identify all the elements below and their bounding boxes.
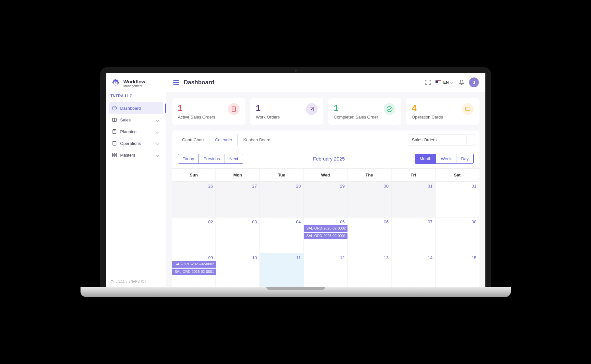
sidebar-item-sales[interactable]: Sales (109, 114, 163, 126)
previous-button[interactable]: Previous (199, 154, 225, 164)
sidebar-item-operations[interactable]: Operations (109, 137, 163, 149)
bell-icon[interactable] (459, 79, 465, 85)
next-button[interactable]: Next (225, 154, 243, 164)
laptop-notch (266, 287, 325, 290)
card-operation-cards[interactable]: 4 Operation Cards (406, 98, 479, 125)
calendar-cell[interactable]: 12 (304, 253, 348, 288)
version-info: 0.1.11.5-SNAPSHOT (106, 275, 166, 288)
chevron-down-icon (155, 118, 159, 121)
chevron-down-icon (155, 130, 159, 133)
calendar-cell[interactable]: 27 (216, 181, 260, 217)
calendar-cell[interactable]: 01 (436, 181, 480, 217)
card-completed-sales-order[interactable]: 1 Completed Sales Order (328, 98, 401, 125)
svg-point-17 (112, 281, 112, 281)
logo: Workflow Management (106, 73, 166, 94)
brand-title: Workflow (124, 79, 145, 84)
nav-label: Masters (120, 153, 153, 158)
svg-rect-26 (465, 107, 470, 110)
svg-rect-11 (112, 153, 114, 155)
calendar-cell[interactable]: 31 (392, 181, 436, 217)
language-selector[interactable]: EN (436, 80, 454, 85)
day-header: Fri (392, 169, 436, 181)
card-label: Active Sales Orders (178, 115, 215, 119)
chevron-down-icon (470, 137, 470, 143)
card-count: 4 (412, 103, 443, 113)
today-button[interactable]: Today (178, 154, 199, 164)
page-title: Dashboard (184, 79, 421, 86)
calendar-cell-today[interactable]: 11 (260, 253, 304, 288)
calendar-cell[interactable]: 15 (436, 253, 480, 288)
calendar-cell[interactable]: 10 (216, 253, 260, 288)
info-icon (111, 280, 114, 283)
sidebar-item-planning[interactable]: Planning (109, 126, 163, 137)
monitor-icon (462, 103, 474, 115)
card-work-orders[interactable]: 1 Work Orders (250, 98, 323, 125)
us-flag-icon (436, 80, 441, 84)
clipboard-check-icon (306, 103, 318, 115)
clipboard-icon (112, 141, 117, 146)
select-caret[interactable] (466, 134, 475, 146)
receipt-icon (228, 103, 240, 115)
tab-calender[interactable]: Calender (210, 134, 238, 146)
day-header: Mon (216, 169, 260, 181)
day-header: Tue (260, 169, 304, 181)
svg-point-25 (387, 106, 392, 112)
main-content: Dashboard EN J 1 Active Sales Orders (166, 73, 485, 288)
calendar-cell[interactable]: 07 (392, 217, 436, 253)
card-label: Operation Cards (412, 115, 443, 119)
nav-label: Dashboard (120, 106, 160, 111)
card-active-sales-orders[interactable]: 1 Active Sales Orders (172, 98, 245, 125)
calendar-cell[interactable]: 05 SAL-ORD-2025-02-0002 SAL-ORD-2025-02-… (304, 217, 348, 253)
calendar-cell[interactable]: 03 (216, 217, 260, 253)
nav-label: Sales (120, 118, 153, 122)
svg-rect-14 (115, 155, 116, 157)
day-header: Thu (347, 169, 392, 181)
clipboard-icon (112, 129, 117, 134)
calendar-cell[interactable]: 08 (436, 217, 480, 253)
calendar-cell[interactable]: 13 (347, 253, 392, 288)
svg-rect-13 (112, 155, 114, 157)
menu-toggle-icon[interactable] (173, 79, 179, 85)
nav-label: Planning (120, 129, 153, 134)
day-header: Wed (304, 169, 348, 181)
card-count: 1 (256, 103, 280, 113)
calendar-panel: Gantt Chart Calender Kanban Board Sales … (172, 131, 480, 288)
tab-kanban-board[interactable]: Kanban Board (238, 134, 276, 146)
check-circle-icon (384, 103, 395, 115)
calendar-cell[interactable]: 26 (172, 181, 216, 217)
calendar-cell[interactable]: 14 (392, 253, 436, 288)
calendar-title: February 2025 (243, 156, 415, 161)
sidebar-item-dashboard[interactable]: Dashboard (109, 102, 163, 114)
laptop-camera (295, 70, 297, 72)
stat-cards: 1 Active Sales Orders 1 Work Orders (172, 98, 480, 125)
calendar-cell[interactable]: 04 (260, 217, 304, 253)
avatar[interactable]: J (469, 77, 479, 87)
card-label: Completed Sales Order (334, 115, 378, 119)
day-header: Sat (436, 169, 480, 181)
fullscreen-icon[interactable] (425, 79, 431, 85)
org-name: TNTRA-LLC (106, 94, 166, 102)
sidebar-item-masters[interactable]: Masters (109, 149, 163, 161)
calendar-cell[interactable]: 28 (260, 181, 304, 217)
calendar-cell[interactable]: 30 (347, 181, 392, 217)
calendar-cell[interactable]: 29 (304, 181, 348, 217)
month-view-button[interactable]: Month (415, 154, 436, 164)
card-count: 1 (178, 103, 215, 113)
chevron-down-icon (450, 81, 453, 84)
book-icon (112, 117, 117, 122)
gauge-icon (112, 105, 117, 111)
sidebar: Workflow Management TNTRA-LLC Dashboard … (106, 73, 166, 288)
calendar-cell[interactable]: 09 SAL-ORD-2025-02-0002 SAL-ORD-2025-02-… (172, 253, 216, 288)
chevron-down-icon (155, 153, 159, 157)
gear-clock-icon (111, 78, 121, 89)
calendar-cell[interactable]: 02 (172, 217, 216, 253)
brand-subtitle: Management (124, 84, 145, 88)
day-view-button[interactable]: Day (456, 154, 473, 164)
grid-icon (112, 152, 117, 158)
topbar: Dashboard EN J (166, 73, 485, 92)
nav-label: Operations (120, 141, 153, 146)
week-view-button[interactable]: Week (436, 154, 456, 164)
tab-gantt-chart[interactable]: Gantt Chart (177, 134, 210, 146)
view-type-select[interactable]: Sales Orders (408, 134, 466, 146)
calendar-cell[interactable]: 06 (347, 217, 392, 253)
